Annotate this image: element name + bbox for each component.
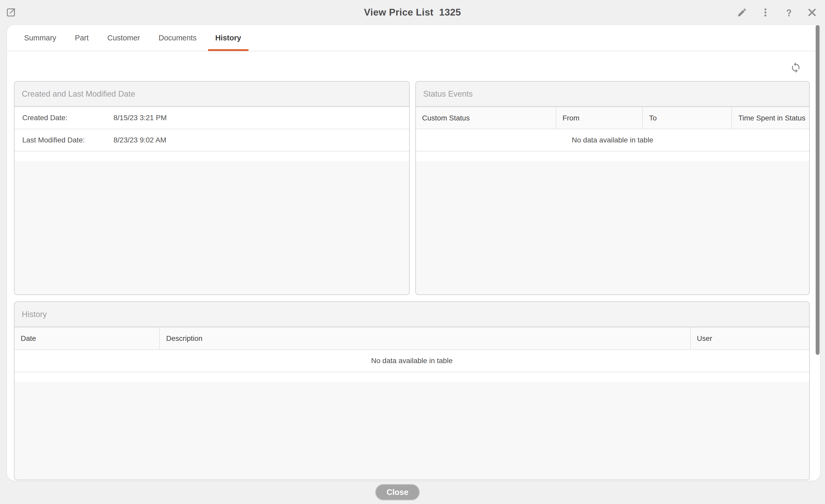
last-modified-date-label: Last Modified Date: bbox=[22, 136, 114, 144]
history-header-row: Date Description User bbox=[14, 327, 809, 350]
history-empty-message: No data available in table bbox=[14, 350, 809, 372]
more-options-kebab-icon[interactable] bbox=[760, 7, 771, 18]
history-panel-title: History bbox=[14, 302, 809, 327]
created-date-row: Created Date: 8/15/23 3:21 PM bbox=[14, 107, 409, 129]
last-modified-date-row: Last Modified Date: 8/23/23 9:02 AM bbox=[14, 129, 409, 152]
page-title-text: View Price List bbox=[364, 7, 434, 18]
status-events-empty-message: No data available in table bbox=[416, 129, 809, 152]
column-header-custom-status[interactable]: Custom Status bbox=[416, 107, 556, 129]
record-id: 1325 bbox=[439, 7, 461, 18]
column-header-from[interactable]: From bbox=[556, 107, 643, 129]
panel-filler bbox=[14, 382, 809, 480]
edit-pencil-icon[interactable] bbox=[736, 7, 748, 18]
vertical-scrollbar-thumb[interactable] bbox=[816, 25, 820, 355]
column-header-to[interactable]: To bbox=[643, 107, 732, 129]
panel-filler bbox=[14, 161, 409, 295]
page-title: View Price List 1325 bbox=[0, 0, 825, 25]
created-date-label: Created Date: bbox=[22, 114, 114, 122]
refresh-icon[interactable] bbox=[790, 62, 802, 73]
dialog-actions bbox=[736, 0, 818, 25]
status-events-panel-title: Status Events bbox=[416, 82, 809, 107]
help-icon[interactable] bbox=[783, 7, 795, 18]
close-icon[interactable] bbox=[806, 7, 818, 18]
tab-customer[interactable]: Customer bbox=[100, 25, 147, 51]
created-date-value: 8/15/23 3:21 PM bbox=[114, 114, 409, 122]
created-modified-panel-title: Created and Last Modified Date bbox=[14, 82, 409, 107]
last-modified-date-value: 8/23/23 9:02 AM bbox=[114, 136, 409, 144]
close-button[interactable]: Close bbox=[375, 484, 420, 500]
tab-history[interactable]: History bbox=[208, 25, 248, 51]
tab-bar: Summary Part Customer Documents History bbox=[7, 25, 820, 51]
dialog-card: Summary Part Customer Documents History … bbox=[7, 25, 820, 481]
created-modified-panel: Created and Last Modified Date Created D… bbox=[14, 81, 409, 295]
panel-filler bbox=[416, 161, 809, 295]
tab-documents[interactable]: Documents bbox=[151, 25, 204, 51]
status-events-header-row: Custom Status From To Time Spent in Stat… bbox=[416, 107, 809, 129]
column-header-user[interactable]: User bbox=[691, 327, 809, 349]
history-panel: History Date Description User No data av… bbox=[14, 302, 810, 480]
dialog-top-bar: View Price List 1325 bbox=[0, 0, 825, 25]
tab-summary[interactable]: Summary bbox=[17, 25, 64, 51]
column-header-time-spent[interactable]: Time Spent in Status bbox=[732, 107, 809, 129]
column-header-date[interactable]: Date bbox=[14, 327, 160, 349]
status-events-panel: Status Events Custom Status From To Time… bbox=[416, 81, 810, 295]
tab-part[interactable]: Part bbox=[68, 25, 96, 51]
column-header-description[interactable]: Description bbox=[160, 327, 690, 349]
